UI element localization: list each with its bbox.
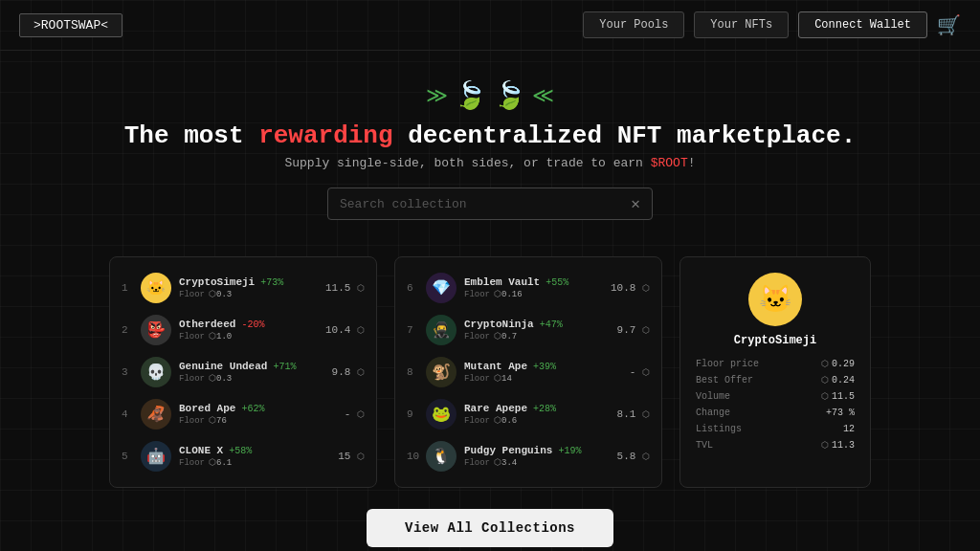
- list-item[interactable]: 6 💎 Emblem Vault +55% Floor ⬡0.16 10.8 ⬡: [395, 267, 661, 309]
- detail-collection-name: CryptoSimeji: [696, 334, 855, 347]
- rank-number: 8: [407, 366, 420, 378]
- offer-label: Best Offer: [696, 375, 753, 386]
- volume-value: - ⬡: [630, 366, 650, 378]
- floor-row: Floor ⬡0.3: [179, 289, 325, 299]
- list-item[interactable]: 7 🥷 CryptoNinja +47% Floor ⬡0.7 9.7 ⬡: [395, 309, 661, 351]
- leaf-left-icon: 🍃: [454, 79, 487, 112]
- collection-info: CLONE X +58% Floor ⬡6.1: [179, 445, 338, 468]
- rank-number: 3: [122, 366, 135, 378]
- floor-row: Floor ⬡0.7: [464, 331, 617, 342]
- floor-value: ⬡76: [209, 415, 227, 426]
- avatar: 🤖: [141, 441, 171, 472]
- volume-value: 10.4 ⬡: [325, 324, 365, 336]
- headline-highlight: rewarding: [258, 121, 392, 150]
- search-clear-icon[interactable]: ✕: [631, 194, 640, 213]
- collection-name: Mutant Ape: [464, 361, 527, 372]
- collection-info: Pudgy Penguins +19% Floor ⬡3.4: [464, 445, 617, 468]
- floor-label: Floor: [179, 416, 205, 426]
- name-row: Bored Ape +62%: [179, 403, 345, 414]
- floor-row: Floor ⬡0.16: [464, 289, 611, 299]
- volume-value: 9.7 ⬡: [617, 324, 650, 336]
- floor-label: Floor price: [696, 359, 759, 369]
- eth-icon4: ⬡: [821, 440, 829, 451]
- list-item[interactable]: 8 🐒 Mutant Ape +39% Floor ⬡14 - ⬡: [395, 351, 661, 393]
- floor-row: Floor ⬡3.4: [464, 457, 617, 468]
- collection-name: Rare Apepe: [464, 403, 527, 414]
- list-item[interactable]: 1 🐱 CryptoSimeji +73% Floor ⬡0.3 11.5 ⬡: [110, 267, 376, 309]
- your-nfts-button[interactable]: Your NFTs: [694, 11, 789, 38]
- change-value: +73 %: [826, 408, 855, 418]
- volume-value: 10.8 ⬡: [611, 282, 650, 294]
- volume-label: Volume: [696, 391, 730, 402]
- change-badge: -20%: [241, 320, 264, 330]
- detail-avatar: 🐱: [748, 273, 802, 326]
- collection-info: Genuine Undead +71% Floor ⬡0.3: [179, 361, 332, 384]
- collection-info: Rare Apepe +28% Floor ⬡0.6: [464, 403, 617, 426]
- floor-row: Floor ⬡0.6: [464, 415, 617, 426]
- collection-name: Emblem Vault: [464, 276, 540, 288]
- list-item[interactable]: 9 🐸 Rare Apepe +28% Floor ⬡0.6 8.1 ⬡: [395, 393, 661, 435]
- list-item[interactable]: 10 🐧 Pudgy Penguins +19% Floor ⬡3.4 5.8 …: [395, 435, 661, 477]
- floor-label: Floor: [464, 374, 490, 384]
- rank-number: 6: [407, 282, 420, 294]
- collection-name: CLONE X: [179, 445, 223, 456]
- avatar: 🦧: [141, 399, 171, 430]
- detail-card: 🐱 CryptoSimeji Floor price ⬡ 0.29 Best O…: [679, 256, 871, 488]
- floor-value: ⬡3.4: [494, 457, 517, 468]
- collection-name: CryptoNinja: [464, 319, 534, 330]
- cart-icon[interactable]: 🛒: [937, 13, 961, 37]
- nav-right: Your Pools Your NFTs Connect Wallet 🛒: [583, 11, 961, 38]
- arrow-left-icon: ≫: [426, 83, 448, 109]
- floor-row: Floor ⬡1.0: [179, 331, 325, 342]
- change-badge: +28%: [533, 404, 556, 414]
- name-row: Rare Apepe +28%: [464, 403, 617, 414]
- listings-label: Listings: [696, 424, 742, 434]
- rank-number: 7: [407, 324, 420, 336]
- collection-info: Otherdeed -20% Floor ⬡1.0: [179, 319, 325, 342]
- tvl-label: TVL: [696, 440, 713, 451]
- floor-value: ⬡14: [494, 373, 512, 384]
- floor-row: Floor ⬡6.1: [179, 457, 338, 468]
- change-badge: +55%: [546, 277, 568, 288]
- listings-value: 12: [843, 424, 855, 434]
- leaf-right-icon: 🍃: [493, 79, 526, 112]
- view-all-button[interactable]: View All Collections: [367, 509, 613, 547]
- eth-icon3: ⬡: [821, 391, 829, 402]
- name-row: Emblem Vault +55%: [464, 276, 611, 288]
- list-item[interactable]: 4 🦧 Bored Ape +62% Floor ⬡76 - ⬡: [110, 393, 376, 435]
- eth-icon2: ⬡: [821, 375, 829, 386]
- search-input[interactable]: [340, 197, 631, 211]
- volume-value: 8.1 ⬡: [617, 408, 650, 420]
- avatar: 🐸: [426, 399, 457, 430]
- hero-headline: The most rewarding decentralized NFT mar…: [19, 121, 961, 150]
- arrow-right-icon: ≪: [532, 83, 554, 109]
- change-badge: +62%: [241, 404, 264, 414]
- floor-value: ⬡6.1: [209, 457, 232, 468]
- avatar: 👺: [141, 315, 171, 345]
- logo-button[interactable]: >ROOTSWAP<: [19, 13, 122, 37]
- volume-value: - ⬡: [345, 408, 365, 420]
- view-all-wrap: View All Collections: [0, 509, 980, 547]
- floor-label: Floor: [179, 290, 205, 299]
- tvl-value: ⬡ 11.3: [821, 440, 855, 451]
- volume-value: 15 ⬡: [338, 451, 365, 462]
- hero-subtext: Supply single-side, both sides, or trade…: [19, 156, 961, 170]
- your-pools-button[interactable]: Your Pools: [583, 11, 684, 38]
- list-item[interactable]: 3 💀 Genuine Undead +71% Floor ⬡0.3 9.8 ⬡: [110, 351, 376, 393]
- headline-before: The most: [124, 121, 258, 150]
- change-badge: +73%: [260, 277, 283, 288]
- headline-after: decentralized NFT marketplace.: [393, 121, 857, 150]
- avatar: 🐧: [426, 441, 457, 472]
- floor-value: ⬡0.3: [209, 289, 232, 299]
- rank-number: 9: [407, 408, 420, 420]
- change-badge: +19%: [558, 446, 581, 456]
- floor-value: ⬡1.0: [209, 331, 232, 342]
- collection-info: Mutant Ape +39% Floor ⬡14: [464, 361, 630, 384]
- floor-label: Floor: [179, 458, 205, 468]
- offer-value: ⬡ 0.24: [821, 375, 855, 386]
- connect-wallet-button[interactable]: Connect Wallet: [798, 11, 927, 38]
- list-item[interactable]: 2 👺 Otherdeed -20% Floor ⬡1.0 10.4 ⬡: [110, 309, 376, 351]
- list-item[interactable]: 5 🤖 CLONE X +58% Floor ⬡6.1 15 ⬡: [110, 435, 376, 477]
- collection-name: Bored Ape: [179, 403, 235, 414]
- rank-number: 5: [122, 451, 135, 462]
